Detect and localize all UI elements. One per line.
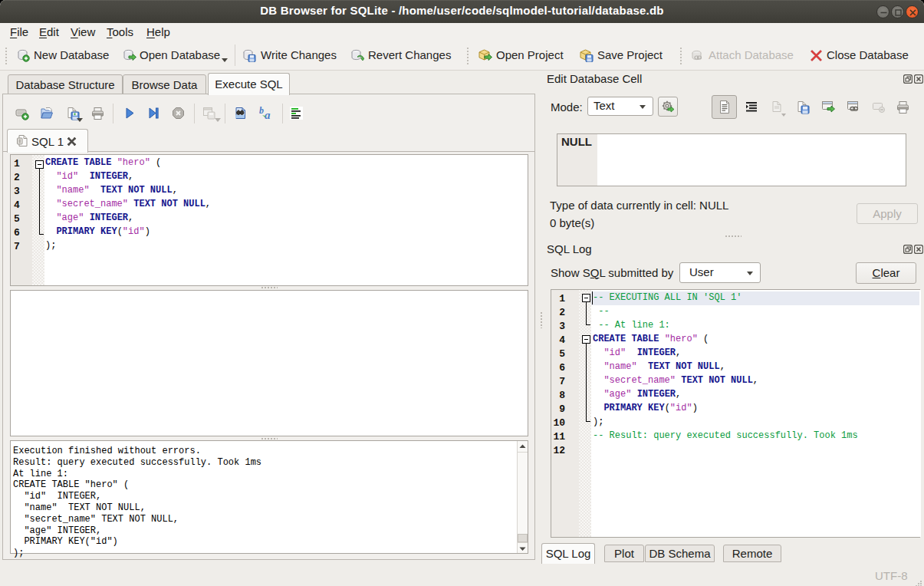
svg-text:b: b [259, 106, 264, 116]
svg-text:a: a [265, 109, 271, 120]
